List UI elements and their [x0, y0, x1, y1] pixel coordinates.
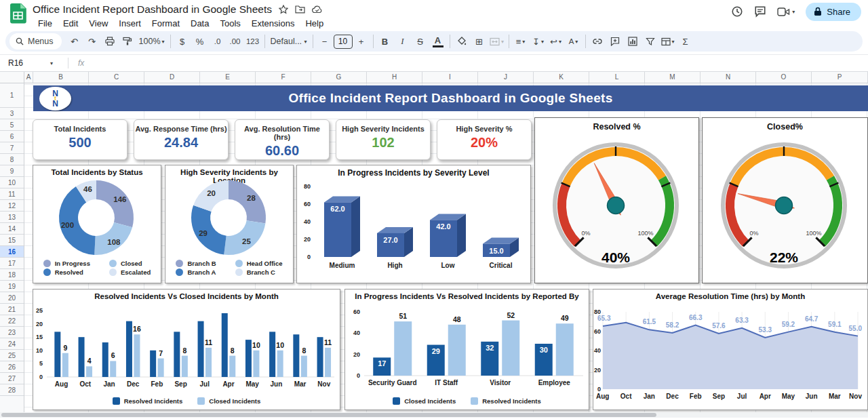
- chart-resolved-gauge[interactable]: Resolved % 0%100%40%: [534, 117, 699, 283]
- row-header-25[interactable]: 25: [0, 350, 24, 361]
- bold-button[interactable]: B: [376, 33, 394, 49]
- fx-icon[interactable]: fx: [68, 58, 84, 68]
- chart-severity-bar3d[interactable]: In Progress Incidents by Severity Level …: [296, 165, 531, 283]
- insert-chart-button[interactable]: [624, 33, 642, 49]
- menu-item-file[interactable]: File: [33, 18, 58, 28]
- fill-color-button[interactable]: [453, 33, 471, 49]
- menu-item-help[interactable]: Help: [300, 18, 329, 28]
- row-header-11[interactable]: 11: [0, 188, 24, 200]
- column-header-M[interactable]: M: [645, 72, 701, 83]
- row-header-12[interactable]: 12: [0, 200, 24, 212]
- font-size-input[interactable]: 10: [334, 35, 353, 49]
- vertical-align-button[interactable]: ↧▾: [530, 33, 547, 49]
- row-header-23[interactable]: 23: [0, 327, 24, 338]
- text-color-button[interactable]: A: [433, 35, 443, 47]
- font-select[interactable]: Defaul...▾: [268, 33, 310, 49]
- column-header-G[interactable]: G: [311, 72, 367, 83]
- spreadsheet-grid[interactable]: 1356789101112131415161718192021222324252…: [0, 83, 868, 418]
- document-title[interactable]: Office Incident Report Dashboard in Goog…: [33, 3, 272, 16]
- column-header-O[interactable]: O: [756, 72, 812, 83]
- version-history-icon[interactable]: [731, 5, 743, 18]
- row-header-21[interactable]: 21: [0, 304, 24, 315]
- google-sheets-logo[interactable]: [10, 3, 26, 24]
- row-header-8[interactable]: 8: [0, 154, 24, 165]
- menu-item-extensions[interactable]: Extensions: [246, 18, 300, 28]
- text-wrap-button[interactable]: ↩▾: [547, 33, 565, 49]
- decrease-font-size-button[interactable]: −: [316, 33, 334, 49]
- row-header-1[interactable]: 1: [0, 83, 24, 108]
- row-header-15[interactable]: 15: [0, 235, 24, 246]
- decrease-decimals-button[interactable]: .0: [209, 33, 226, 49]
- chart-status-donut[interactable]: Total Incidents by Status 14610820046 In…: [33, 165, 161, 283]
- column-header-A[interactable]: A: [24, 72, 33, 83]
- name-box[interactable]: R16▾: [0, 58, 58, 68]
- chart-closed-gauge[interactable]: Closed% 0%100%22%: [702, 117, 868, 283]
- row-header-5[interactable]: 5: [0, 119, 24, 131]
- print-button[interactable]: [101, 33, 119, 49]
- create-filter-button[interactable]: [642, 33, 659, 49]
- row-header-10[interactable]: 10: [0, 177, 24, 188]
- column-header-N[interactable]: N: [701, 72, 756, 83]
- row-header-20[interactable]: 20: [0, 292, 24, 304]
- functions-button[interactable]: Σ: [677, 33, 694, 49]
- row-header-28[interactable]: 28: [0, 384, 24, 396]
- increase-font-size-button[interactable]: +: [353, 33, 370, 49]
- move-folder-icon[interactable]: [295, 5, 305, 14]
- row-header-26[interactable]: 26: [0, 361, 24, 373]
- row-header-16[interactable]: 16: [0, 246, 24, 258]
- zoom-select[interactable]: 100%▾: [136, 33, 167, 49]
- scrollbar-thumb[interactable]: [1, 413, 656, 417]
- format-percent-button[interactable]: %: [191, 33, 209, 49]
- increase-decimals-button[interactable]: .00: [226, 33, 244, 49]
- chart-location-donut[interactable]: High Severity Incidents by Location 2825…: [165, 165, 294, 283]
- row-header-7[interactable]: 7: [0, 142, 24, 154]
- undo-button[interactable]: ↶: [66, 33, 83, 49]
- menu-item-view[interactable]: View: [83, 18, 113, 28]
- strikethrough-button[interactable]: S: [412, 33, 429, 49]
- row-header-3[interactable]: 3: [0, 108, 24, 119]
- column-header-I[interactable]: I: [422, 72, 478, 83]
- table-views-button[interactable]: ▾: [659, 33, 677, 49]
- format-currency-button[interactable]: $: [174, 33, 191, 49]
- column-header-P[interactable]: P: [812, 72, 868, 83]
- menus-search-button[interactable]: Menus: [9, 33, 62, 49]
- row-header-19[interactable]: 19: [0, 281, 24, 292]
- insert-link-button[interactable]: [589, 33, 606, 49]
- menu-item-format[interactable]: Format: [146, 18, 185, 28]
- column-header-J[interactable]: J: [478, 72, 534, 83]
- row-header-6[interactable]: 6: [0, 131, 24, 142]
- column-header-L[interactable]: L: [589, 72, 645, 83]
- row-header-24[interactable]: 24: [0, 338, 24, 350]
- italic-button[interactable]: I: [394, 33, 412, 49]
- column-header-B[interactable]: B: [33, 72, 89, 83]
- star-icon[interactable]: [279, 5, 288, 14]
- menu-item-tools[interactable]: Tools: [214, 18, 245, 28]
- column-header-F[interactable]: F: [256, 72, 311, 83]
- meet-camera-icon[interactable]: ▾: [777, 7, 795, 17]
- row-header-9[interactable]: 9: [0, 165, 24, 177]
- column-header-K[interactable]: K: [534, 72, 589, 83]
- row-header-22[interactable]: 22: [0, 315, 24, 327]
- comments-icon[interactable]: [754, 5, 766, 18]
- column-header-H[interactable]: H: [367, 72, 422, 83]
- redo-button[interactable]: ↷: [83, 33, 101, 49]
- sheet-canvas[interactable]: N t N Office Incident Report Dashboard i…: [24, 83, 868, 418]
- chart-resolution-area[interactable]: Average Resolution Time (hrs) by Month 0…: [593, 289, 868, 410]
- chart-reportedby-bars[interactable]: In Progress Incidents Vs Resolved Incide…: [344, 289, 589, 410]
- menu-item-data[interactable]: Data: [185, 18, 214, 28]
- merge-cells-button[interactable]: ▾: [488, 33, 506, 49]
- select-all-corner[interactable]: [0, 72, 24, 83]
- more-formats-button[interactable]: 123: [244, 33, 262, 49]
- row-header-17[interactable]: 17: [0, 258, 24, 269]
- text-rotation-button[interactable]: A▾: [565, 33, 583, 49]
- column-header-E[interactable]: E: [200, 72, 256, 83]
- horizontal-align-button[interactable]: ≡▾: [512, 33, 530, 49]
- row-header-14[interactable]: 14: [0, 223, 24, 235]
- column-header-C[interactable]: C: [89, 72, 144, 83]
- insert-comment-button[interactable]: [606, 33, 624, 49]
- row-header-13[interactable]: 13: [0, 212, 24, 223]
- horizontal-scrollbar[interactable]: [0, 412, 868, 418]
- menu-item-insert[interactable]: Insert: [113, 18, 146, 28]
- borders-button[interactable]: ⊞: [471, 33, 488, 49]
- paint-format-button[interactable]: [119, 33, 136, 49]
